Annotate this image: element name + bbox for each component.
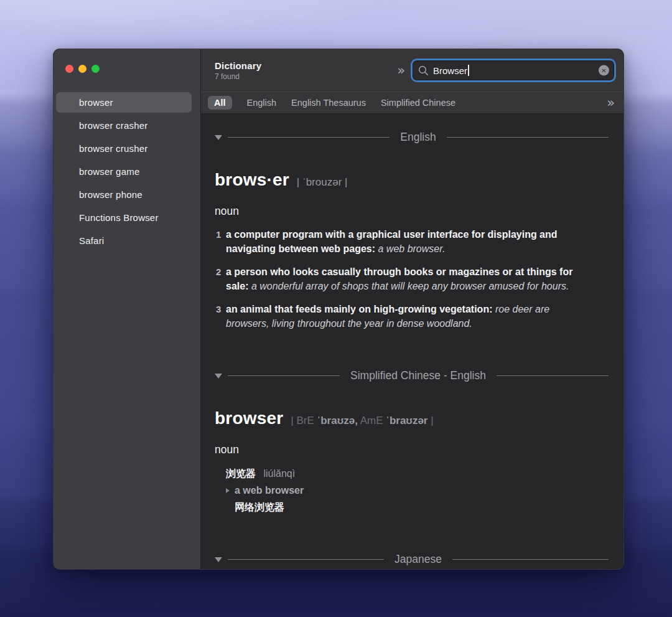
window-controls — [54, 49, 200, 73]
part-of-speech: noun — [215, 443, 609, 456]
dictionary-tabbar: All English English Thesaurus Simplified… — [201, 92, 623, 114]
definition-body: a person who looks casually through book… — [226, 265, 594, 293]
section-header-japanese: Japanese — [215, 553, 609, 566]
pron-pipe: | — [431, 415, 433, 426]
section-header-english: English — [215, 131, 609, 144]
divider — [452, 559, 609, 560]
search-input[interactable]: Browser — [433, 65, 467, 76]
toolbar-overflow-chevron-icon[interactable]: » — [397, 64, 405, 77]
section-label: Simplified Chinese - English — [345, 369, 491, 382]
definition-number: 2 — [215, 265, 226, 293]
ame-label: AmE — [358, 415, 383, 426]
main-pane: Dictionary 7 found » Browser ✕ — [201, 49, 623, 569]
section-header-simplified-chinese: Simplified Chinese - English — [215, 369, 609, 382]
pronunciation: | ˈbrouzər | — [297, 176, 348, 189]
definition-number: 1 — [215, 227, 226, 256]
desktop-wallpaper: browser browser crasher browser crusher … — [0, 0, 672, 617]
translation-block: 浏览器 liúlǎnqì a web browser 网络浏览器 — [215, 465, 609, 516]
definition-body: an animal that feeds mainly on high-grow… — [226, 302, 594, 331]
divider — [497, 375, 609, 376]
toolbar: Dictionary 7 found » Browser ✕ — [201, 49, 623, 92]
example-bullet-icon — [226, 488, 230, 493]
list-item-browser-crasher[interactable]: browser crasher — [56, 115, 192, 136]
headword: brows·er — [215, 170, 289, 190]
dictionary-window: browser browser crasher browser crusher … — [53, 49, 624, 570]
list-item-browser-phone[interactable]: browser phone — [56, 184, 192, 205]
translation-line: 浏览器 liúlǎnqì — [215, 465, 609, 482]
translation: 浏览器 — [226, 468, 256, 479]
title-block: Dictionary 7 found — [215, 60, 261, 81]
result-count: 7 found — [215, 72, 261, 81]
divider — [228, 375, 340, 376]
list-item-browser-crusher[interactable]: browser crusher — [56, 138, 192, 159]
section-label: Japanese — [390, 553, 447, 566]
tab-overflow-chevron-icon[interactable]: » — [607, 97, 615, 110]
definition-example: a wonderful array of shops that will kee… — [251, 281, 569, 291]
ame-ipa: ˈbraʊzər — [383, 415, 431, 426]
definition-example: a web browser. — [378, 243, 446, 254]
toolbar-right: » Browser ✕ — [397, 59, 616, 82]
list-item-browser-game[interactable]: browser game — [56, 161, 192, 182]
part-of-speech: noun — [215, 205, 609, 218]
close-button[interactable] — [65, 65, 73, 73]
pinyin: liúlǎnqì — [263, 468, 295, 479]
search-field[interactable]: Browser ✕ — [411, 59, 616, 82]
minimize-button[interactable] — [78, 65, 86, 73]
list-item-functions-browser[interactable]: Functions Browser — [56, 207, 192, 228]
example-line: a web browser — [215, 482, 609, 499]
headword-row: browser | BrE ˈbraʊzə, AmE ˈbraʊzər | — [215, 408, 609, 428]
disclosure-triangle-icon[interactable] — [215, 557, 222, 562]
definition-list: 1 a computer program with a graphical us… — [215, 227, 609, 331]
entry-simplified-chinese: browser | BrE ˈbraʊzə, AmE ˈbraʊzər | no… — [215, 408, 609, 516]
tab-simplified-chinese[interactable]: Simplified Chinese — [381, 98, 455, 108]
clear-search-icon[interactable]: ✕ — [599, 65, 609, 76]
list-item-browser[interactable]: browser — [56, 92, 192, 113]
headword: browser — [215, 408, 283, 428]
disclosure-triangle-icon[interactable] — [215, 374, 222, 379]
section-label: English — [395, 131, 441, 144]
definition-content: English brows·er | ˈbrouzər | noun 1 a c… — [201, 114, 623, 569]
definition-text: an animal that feeds mainly on high-grow… — [226, 304, 495, 314]
search-icon — [418, 65, 429, 76]
list-item-safari[interactable]: Safari — [56, 230, 192, 251]
example-text: a web browser — [235, 482, 304, 499]
tab-all[interactable]: All — [208, 96, 232, 110]
definition-row: 1 a computer program with a graphical us… — [215, 227, 609, 256]
example-translation: 网络浏览器 — [215, 499, 609, 516]
tab-english[interactable]: English — [247, 98, 277, 108]
disclosure-triangle-icon[interactable] — [215, 135, 222, 140]
entry-english: brows·er | ˈbrouzər | noun 1 a computer … — [215, 170, 609, 331]
search-results-list: browser browser crasher browser crusher … — [54, 92, 200, 251]
bre-ipa: ˈbraʊzə, — [314, 415, 358, 426]
headword-row: brows·er | ˈbrouzər | — [215, 170, 609, 190]
sidebar: browser browser crasher browser crusher … — [54, 49, 201, 569]
definition-body: a computer program with a graphical user… — [226, 227, 594, 256]
divider — [447, 137, 609, 138]
divider — [228, 137, 390, 138]
zoom-button[interactable] — [91, 65, 100, 73]
pronunciation: | BrE ˈbraʊzə, AmE ˈbraʊzər | — [291, 415, 433, 427]
definition-row: 2 a person who looks casually through bo… — [215, 265, 609, 293]
tab-english-thesaurus[interactable]: English Thesaurus — [291, 98, 366, 108]
definition-row: 3 an animal that feeds mainly on high-gr… — [215, 302, 609, 331]
text-caret — [468, 65, 469, 76]
definition-number: 3 — [215, 302, 226, 331]
divider — [228, 559, 384, 560]
bre-label: BrE — [296, 415, 314, 426]
page-title: Dictionary — [215, 60, 261, 71]
